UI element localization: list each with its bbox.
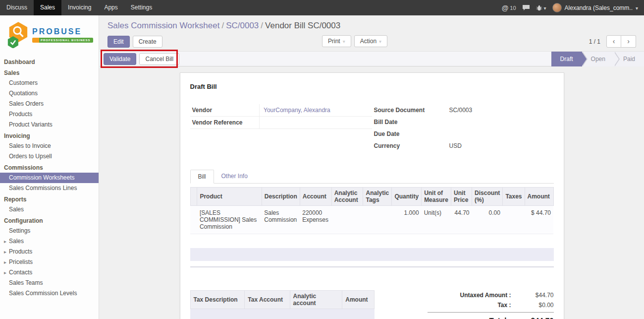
pager-next-button[interactable]: › xyxy=(621,35,636,48)
print-dropdown-button[interactable]: Print xyxy=(322,35,351,47)
col-tax-amount: Amount xyxy=(342,291,374,309)
breadcrumb-sc0003-link[interactable]: SC/0003 xyxy=(226,21,259,30)
sidebar-item-contacts[interactable]: Contacts xyxy=(0,267,99,278)
untaxed-amount-value: $44.70 xyxy=(518,290,554,300)
table-header-row: Product Description Account Analytic Acc… xyxy=(190,188,553,206)
breadcrumb-separator: / xyxy=(259,21,265,30)
col-account: Account xyxy=(300,188,331,206)
vendor-value-link[interactable]: YourCompany, Alexandra xyxy=(264,107,330,114)
menu-apps[interactable]: Apps xyxy=(98,0,124,15)
sidebar-item-reports-sales[interactable]: Sales xyxy=(0,204,99,215)
sidebar-item-orders-to-upsell[interactable]: Orders to Upsell xyxy=(0,151,99,162)
form-sheet: Draft Bill Vendor YourCompany, Alexandra… xyxy=(180,72,564,319)
cell-discount: 0.00 xyxy=(472,206,503,234)
col-unit-of-measure: Unit of Measure xyxy=(422,188,451,206)
pager-prev-button[interactable]: ‹ xyxy=(606,35,621,48)
cell-account: 220000 Expenses xyxy=(300,206,331,234)
action-dropdown-button[interactable]: Action xyxy=(354,35,387,47)
sidebar-item-quotations[interactable]: Quotations xyxy=(0,88,99,99)
mentions-counter[interactable]: 10 xyxy=(502,4,516,12)
mention-count: 10 xyxy=(510,5,516,11)
sidebar-item-label: Pricelists xyxy=(9,258,33,265)
col-taxes: Taxes xyxy=(503,188,525,206)
caret-down-icon xyxy=(343,38,345,45)
menu-discuss[interactable]: Discuss xyxy=(0,0,34,15)
sidebar-item-sales-to-invoice[interactable]: Sales to Invoice xyxy=(0,141,99,151)
handle-column-header xyxy=(190,188,197,206)
form-view-area: Draft Bill Vendor YourCompany, Alexandra… xyxy=(100,66,644,319)
probuse-logo-icon xyxy=(6,21,29,48)
sidebar-section-commissions[interactable]: Commissions xyxy=(0,162,99,173)
sidebar-section-configuration[interactable]: Configuration xyxy=(0,215,99,226)
sidebar-section-reports[interactable]: Reports xyxy=(0,193,99,204)
due-date-value xyxy=(445,128,554,140)
menu-sales[interactable]: Sales xyxy=(34,0,61,15)
col-product: Product xyxy=(197,188,262,206)
sidebar-item-config-products[interactable]: Products xyxy=(0,247,99,257)
center-actions: Print Action xyxy=(322,35,387,47)
sidebar-item-customers[interactable]: Customers xyxy=(0,78,99,88)
total-label: Total : xyxy=(428,313,518,319)
col-analytic-account: Analytic Account xyxy=(331,188,363,206)
sidebar-item-sales-teams[interactable]: Sales Teams xyxy=(0,278,99,288)
sidebar-item-label: Products xyxy=(9,248,32,255)
sidebar-section-sales[interactable]: Sales xyxy=(0,67,99,78)
validate-button[interactable]: Validate xyxy=(104,53,136,65)
empty-list-row xyxy=(190,248,554,261)
menu-settings[interactable]: Settings xyxy=(124,0,159,15)
col-quantity: Quantity xyxy=(392,188,422,206)
sidebar-section-invoicing[interactable]: Invoicing xyxy=(0,130,99,141)
print-label: Print xyxy=(328,38,340,45)
sidebar-item-pricelists[interactable]: Pricelists xyxy=(0,257,99,267)
debug-menu-button[interactable] xyxy=(536,4,546,11)
button-row: Edit Create Print Action 1 / 1 ‹ › xyxy=(107,35,636,48)
cancel-bill-button[interactable]: Cancel Bill xyxy=(139,53,179,65)
bottom-section: Tax Description Tax Account Analytic acc… xyxy=(190,290,554,319)
chat-bubble-icon xyxy=(522,4,530,11)
tab-bill[interactable]: Bill xyxy=(190,170,214,184)
sidebar-item-dashboard[interactable]: Dashboard xyxy=(0,56,99,67)
invoice-line-row[interactable]: [SALES COMMISSION] Sales Commission Sale… xyxy=(190,206,553,234)
tax-header-row: Tax Description Tax Account Analytic acc… xyxy=(190,291,374,309)
notebook-tabs: Bill Other Info xyxy=(190,170,554,184)
edit-button[interactable]: Edit xyxy=(107,36,130,48)
top-menubar: Discuss Sales Invoicing Apps Settings 10 xyxy=(0,0,644,15)
breadcrumb-worksheet-link[interactable]: Sales Commission Worksheet xyxy=(107,21,219,30)
sidebar-item-products[interactable]: Products xyxy=(0,109,99,120)
sidebar-item-sales-commissions-lines[interactable]: Sales Commissions Lines xyxy=(0,183,99,193)
sidebar-item-config-sales[interactable]: Sales xyxy=(0,236,99,247)
cell-amount: $ 44.70 xyxy=(525,206,553,234)
currency-value: USD xyxy=(445,140,554,152)
empty-tax-row xyxy=(190,309,375,319)
field-groups: Vendor YourCompany, Alexandra Vendor Ref… xyxy=(190,104,554,152)
sidebar-item-settings[interactable]: Settings xyxy=(0,226,99,236)
invoice-lines-table: Product Description Account Analytic Acc… xyxy=(190,187,554,234)
create-button[interactable]: Create xyxy=(133,36,162,48)
row-handle xyxy=(190,206,197,234)
expand-icon xyxy=(4,238,9,245)
menu-invoicing[interactable]: Invoicing xyxy=(61,0,98,15)
messages-button[interactable] xyxy=(522,4,530,11)
cell-analytic-tags xyxy=(363,206,392,234)
tab-other-info[interactable]: Other Info xyxy=(214,170,255,183)
source-document-label: Source Document xyxy=(372,104,445,116)
sidebar-item-product-variants[interactable]: Product Variants xyxy=(0,120,99,130)
vendor-reference-label: Vendor Reference xyxy=(190,117,260,129)
user-menu[interactable]: Alexandra (Sales_comm.. xyxy=(552,3,638,12)
currency-label: Currency xyxy=(372,140,445,152)
stage-draft[interactable]: Draft xyxy=(551,52,582,66)
sidebar-item-sales-orders[interactable]: Sales Orders xyxy=(0,99,99,109)
bill-date-value xyxy=(445,116,554,128)
sidebar-item-commission-worksheets[interactable]: Commission Worksheets xyxy=(0,173,99,183)
vendor-label: Vendor xyxy=(190,104,260,117)
sidebar-item-sales-commission-levels[interactable]: Sales Commission Levels xyxy=(0,288,99,299)
tax-label: Tax : xyxy=(428,300,518,313)
cell-quantity: 1.000 xyxy=(392,206,422,234)
main-area: Sales Commission Worksheet/SC/0003/Vendo… xyxy=(100,15,644,319)
tax-value: $0.00 xyxy=(518,300,554,313)
source-document-value: SC/0003 xyxy=(445,104,554,116)
cell-taxes xyxy=(503,206,525,234)
mention-icon xyxy=(502,4,509,12)
statusbar: Validate Cancel Bill Draft Open Paid xyxy=(100,51,644,66)
expand-icon xyxy=(4,248,9,255)
